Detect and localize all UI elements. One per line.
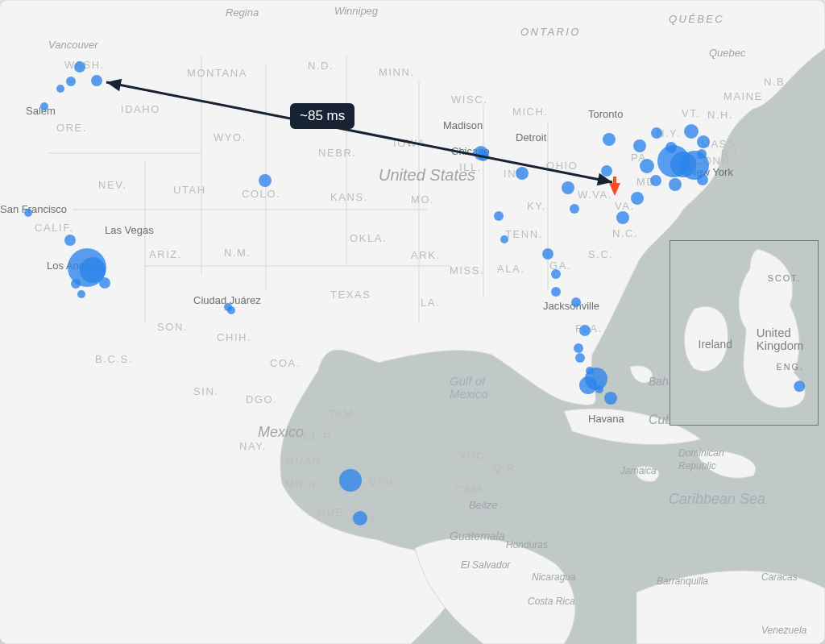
map-label: El Salvador: [461, 559, 511, 571]
data-point-wa-central[interactable]: [91, 75, 102, 86]
map-label: Jacksonville: [543, 300, 599, 312]
map-label: WYO.: [214, 131, 247, 143]
data-point-co-denver[interactable]: [259, 174, 272, 187]
data-point-ny-north[interactable]: [651, 127, 662, 139]
data-point-ny-central[interactable]: [633, 139, 646, 152]
map-label: IDAHO: [121, 103, 160, 115]
map-label: COA.: [270, 357, 301, 369]
map-label: MICH.: [512, 106, 549, 118]
map-label: MAINE: [723, 90, 763, 102]
map-label: Belize: [469, 499, 497, 511]
inset-label: SCOT.: [768, 273, 802, 283]
data-point-va-south[interactable]: [616, 211, 629, 224]
data-point-fl-keys[interactable]: [604, 392, 617, 405]
data-point-wv[interactable]: [570, 204, 579, 214]
map-label: NEV.: [98, 179, 126, 191]
map-label: Costa Rica: [528, 596, 575, 607]
data-point-tn-south[interactable]: [500, 235, 508, 243]
map-label: Caribbean Sea: [669, 491, 765, 507]
data-point-ma-boston[interactable]: [697, 135, 710, 148]
data-point-oh[interactable]: [562, 181, 574, 194]
map-label: GUE.: [317, 506, 348, 518]
data-point-wa-seattle-b[interactable]: [56, 85, 64, 93]
data-point-wa-seattle-a[interactable]: [66, 77, 76, 86]
map-label: SIN.: [193, 385, 219, 397]
map-label: N.B.: [764, 76, 790, 88]
map-label: San Francisco: [0, 203, 67, 215]
map-label: B.C.S.: [95, 353, 133, 365]
data-point-ca-central[interactable]: [64, 235, 76, 246]
map-label: Winnipeg: [334, 5, 379, 17]
map-label: N.D.: [308, 60, 334, 72]
map-label: Nicaragua: [532, 571, 576, 583]
data-point-in[interactable]: [516, 167, 529, 180]
data-point-ct[interactable]: [697, 174, 708, 185]
map-label: QUÉBEC: [669, 13, 724, 25]
map-label: R.I.: [721, 147, 742, 160]
data-point-ca-south[interactable]: [99, 277, 110, 289]
map-label: MICH.: [285, 478, 321, 490]
data-point-sc-a[interactable]: [551, 287, 561, 297]
map-label: OKLA.: [350, 232, 387, 244]
map-label: Q.R.: [493, 462, 520, 474]
data-point-or-salem[interactable]: [40, 102, 48, 110]
data-point-uk-south[interactable]: [794, 380, 805, 392]
map-label: Regina: [226, 6, 259, 19]
map-label: YUC.: [459, 450, 489, 462]
map-label: N.M.: [224, 247, 251, 259]
map-label: N.C.: [612, 227, 638, 239]
data-point-nj-south[interactable]: [669, 178, 682, 191]
data-point-ga-a[interactable]: [542, 248, 553, 260]
data-point-nj-central[interactable]: [650, 175, 661, 186]
map-label: MINN.: [379, 66, 415, 78]
map-label: MONTANA: [187, 67, 247, 79]
data-point-ri[interactable]: [697, 149, 707, 159]
data-point-pa-west[interactable]: [601, 165, 612, 177]
data-point-ca-south-c[interactable]: [77, 290, 85, 298]
map-frame: United StatesMexicoCubaBahamasJamaicaDom…: [0, 0, 825, 644]
data-point-ca-south-b[interactable]: [71, 279, 81, 289]
data-point-fl-north[interactable]: [571, 297, 581, 307]
map-label: Mexico: [450, 387, 488, 401]
landmass-central-america: [415, 538, 575, 644]
map-label: Venezuela: [761, 625, 807, 636]
map-label: LA.: [421, 297, 440, 309]
map-label: Republic: [678, 460, 716, 472]
map-label: Vancouver: [48, 39, 98, 51]
data-point-fl-tampa[interactable]: [575, 353, 585, 363]
inset-label: Ireland: [699, 338, 732, 351]
inset-label: United: [757, 326, 791, 339]
map-label: Caracas: [761, 571, 798, 583]
data-point-mx-oax[interactable]: [353, 511, 367, 526]
map-label: Quebec: [709, 47, 746, 59]
data-point-tx-nw-b[interactable]: [227, 306, 235, 314]
map-label: UTAH: [173, 184, 206, 196]
map-label: Guatemala: [450, 530, 505, 542]
map-label: TEXAS: [330, 289, 371, 301]
map-label: ILL.: [459, 161, 482, 173]
map-label: Dominican: [678, 447, 724, 459]
data-point-nj-north[interactable]: [640, 159, 654, 173]
data-point-tn-west[interactable]: [494, 211, 504, 221]
map-label: CAM.: [455, 484, 487, 496]
data-point-ga-b[interactable]: [551, 269, 561, 279]
data-point-ma-west[interactable]: [684, 124, 699, 139]
map-label: NAY.: [239, 440, 267, 452]
map-label: SON.: [157, 321, 188, 333]
inset-data-points: [794, 380, 805, 392]
data-point-va-east[interactable]: [631, 192, 644, 205]
inset-label: ENG.: [777, 362, 804, 372]
data-point-fl-central-a[interactable]: [579, 325, 591, 336]
data-point-fl-central-b[interactable]: [574, 343, 583, 353]
data-point-wa-north[interactable]: [74, 61, 85, 73]
map-label: WISC.: [451, 93, 487, 106]
map-label: DGO.: [246, 393, 277, 405]
map-label: N.H.: [707, 109, 733, 121]
data-point-fl-miami-b[interactable]: [595, 385, 603, 393]
map-label: NEBR.: [318, 147, 357, 159]
data-point-fl-miami[interactable]: [585, 368, 607, 390]
data-point-ny-west[interactable]: [603, 133, 616, 146]
data-point-ca-sf[interactable]: [24, 209, 32, 217]
data-point-mx-mexico-city[interactable]: [339, 469, 362, 492]
map-label: S.L.P.: [300, 430, 334, 442]
